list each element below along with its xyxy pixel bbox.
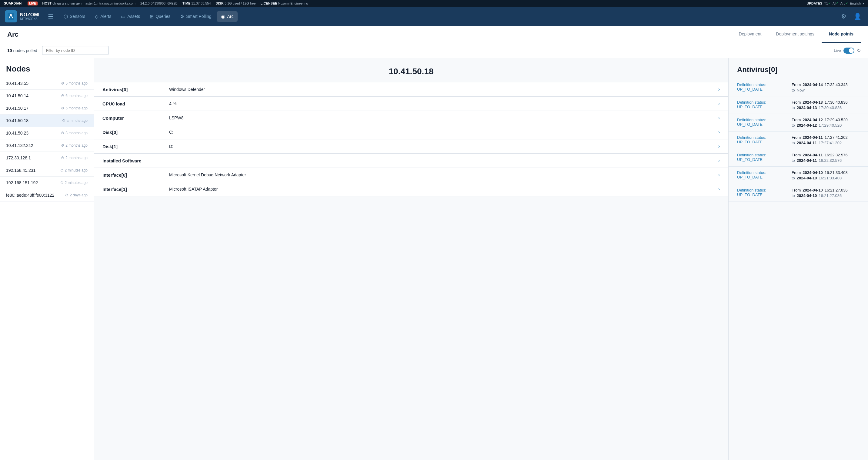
date-to: to 2024-04-12 17:29:40.520 (792, 123, 848, 128)
detail-row[interactable]: Installed Software › (94, 154, 728, 168)
live-toggle-switch[interactable] (843, 48, 855, 54)
arrow-icon: › (718, 101, 720, 106)
date-to: to 2024-04-11 17:27:41.202 (792, 141, 848, 145)
live-label: Live (834, 48, 841, 53)
tab-deployment-settings[interactable]: Deployment settings (769, 26, 822, 43)
node-ip: 10.41.50.23 (6, 131, 29, 135)
node-time: ⏱ 2 months ago (61, 143, 88, 148)
tab-deployment[interactable]: Deployment (732, 26, 769, 43)
detail-row[interactable]: Disk[0] C: › (94, 125, 728, 140)
clock-icon: ⏱ (60, 168, 64, 172)
node-item[interactable]: 10.41.50.18 ⏱ a minute ago (0, 115, 94, 127)
node-time: ⏱ 5 months ago (61, 81, 88, 86)
date-to: to 2024-04-10 16:21:27.036 (792, 193, 848, 198)
date-from: From 2024-04-14 17:32:40.343 (792, 83, 848, 87)
logo-text: NOZOMI (20, 12, 39, 17)
hamburger-menu[interactable]: ☰ (45, 10, 56, 23)
history-dates: From 2024-04-10 16:21:27.036 to 2024-04-… (792, 188, 848, 198)
nodes-list: 10.41.43.55 ⏱ 5 months ago 10.41.50.14 ⏱… (0, 77, 94, 202)
arrow-icon: › (718, 172, 720, 178)
date-from: From 2024-04-10 16:21:27.036 (792, 188, 848, 192)
date-to: to 2024-04-11 16:22:32.576 (792, 158, 848, 163)
node-item[interactable]: 172.30.128.1 ⏱ 2 months ago (0, 152, 94, 164)
status-bar: GUARDIAN LIVE HOST ch-qa-g-std-vm-gen-ma… (0, 0, 868, 7)
date-to: to 2024-04-10 16:21:33.408 (792, 176, 848, 180)
details-panel: 10.41.50.18 Antivirus[0] Windows Defende… (94, 58, 728, 460)
node-ip: 10.41.50.14 (6, 93, 29, 98)
page-title: Arc (7, 31, 732, 38)
nav-arc[interactable]: ◉ Arc (217, 11, 238, 22)
details-ip: 10.41.50.18 (94, 58, 728, 83)
node-item[interactable]: 10.41.43.55 ⏱ 5 months ago (0, 77, 94, 90)
clock-icon: ⏱ (61, 144, 64, 147)
detail-label: Computer (102, 116, 169, 121)
detail-value: Microsoft ISATAP Adapter (169, 187, 718, 191)
node-item[interactable]: 192.168.45.231 ⏱ 2 minutes ago (0, 164, 94, 177)
nav-alerts[interactable]: ◇ Alerts (91, 11, 116, 22)
clock-icon: ⏱ (61, 106, 64, 110)
history-label: Definition status: UP_TO_DATE (737, 170, 785, 180)
updates-ai: AI✓ (833, 1, 838, 5)
detail-row[interactable]: Interface[0] Microsoft Kernel Debug Netw… (94, 168, 728, 182)
node-time: ⏱ 2 days ago (65, 193, 88, 197)
updates-arc: Arc✓ (840, 1, 848, 5)
details-rows: Antivirus[0] Windows Defender › CPU0 loa… (94, 83, 728, 196)
logo-sub: NETWORKS (20, 17, 39, 21)
sub-header: 10 nodes polled Live ↻ (0, 43, 868, 58)
node-item[interactable]: 10.41.50.23 ⏱ 3 months ago (0, 127, 94, 140)
detail-label: Disk[0] (102, 130, 169, 135)
nav-queries[interactable]: ⊞ Queries (146, 11, 175, 22)
detail-row[interactable]: Disk[1] D: › (94, 140, 728, 154)
nav-sensors-label: Sensors (70, 14, 85, 19)
node-time: ⏱ 2 minutes ago (60, 168, 88, 173)
arrow-icon: › (718, 186, 720, 192)
detail-value: Windows Defender (169, 87, 718, 92)
detail-row[interactable]: CPU0 load 4 % › (94, 97, 728, 111)
detail-value: D: (169, 144, 718, 149)
settings-icon[interactable]: ⚙ (839, 11, 848, 22)
arrow-icon: › (718, 115, 720, 121)
node-item[interactable]: 10.41.50.17 ⏱ 5 months ago (0, 102, 94, 115)
detail-row[interactable]: Computer LSPW8 › (94, 111, 728, 125)
clock-icon: ⏱ (61, 94, 64, 98)
nav-assets[interactable]: ▭ Assets (117, 11, 144, 22)
nav-alerts-label: Alerts (100, 14, 111, 19)
detail-label: Antivirus[0] (102, 87, 169, 92)
history-label: Definition status: UP_TO_DATE (737, 100, 785, 110)
detail-value: C: (169, 130, 718, 134)
node-time: ⏱ 6 months ago (61, 94, 88, 98)
refresh-icon[interactable]: ↻ (857, 48, 861, 53)
node-ip: 192.168.151.192 (6, 180, 38, 185)
date-from: From 2024-04-11 17:27:41.202 (792, 135, 848, 140)
nav-smart-polling[interactable]: ⚙ Smart Polling (176, 11, 216, 22)
history-label: Definition status: UP_TO_DATE (737, 118, 785, 128)
queries-icon: ⊞ (150, 13, 154, 20)
page-header: Arc Deployment Deployment settings Node … (0, 26, 868, 43)
history-dates: From 2024-04-11 17:27:41.202 to 2024-04-… (792, 135, 848, 145)
history-item: Definition status: UP_TO_DATE From 2024-… (728, 131, 868, 149)
detail-row[interactable]: Antivirus[0] Windows Defender › (94, 83, 728, 97)
updates-ti: T1✓ (824, 1, 831, 5)
node-item[interactable]: fe80::aede:48ff:fe00:3122 ⏱ 2 days ago (0, 189, 94, 202)
clock-icon: ⏱ (61, 82, 64, 85)
live-toggle: Live ↻ (834, 48, 861, 54)
node-item[interactable]: 10.41.50.14 ⏱ 6 months ago (0, 90, 94, 102)
history-item: Definition status: UP_TO_DATE From 2024-… (728, 149, 868, 167)
language-selector[interactable]: English (850, 1, 861, 5)
node-item[interactable]: 192.168.151.192 ⏱ 2 minutes ago (0, 177, 94, 189)
sensors-icon: ⬡ (64, 13, 68, 20)
history-panel: Antivirus[0] Definition status: UP_TO_DA… (728, 58, 868, 460)
arrow-icon: › (718, 144, 720, 149)
detail-row[interactable]: Interface[1] Microsoft ISATAP Adapter › (94, 182, 728, 196)
node-ip: 172.30.128.1 (6, 155, 31, 160)
node-item[interactable]: 10.41.132.242 ⏱ 2 months ago (0, 140, 94, 152)
history-dates: From 2024-04-10 16:21:33.408 to 2024-04-… (792, 170, 848, 180)
nav-sensors[interactable]: ⬡ Sensors (59, 11, 89, 22)
tab-node-points[interactable]: Node points (822, 26, 861, 43)
user-icon[interactable]: 👤 (852, 11, 863, 22)
node-ip: fe80::aede:48ff:fe00:3122 (6, 193, 54, 197)
detail-label: Installed Software (102, 158, 169, 163)
clock-icon: ⏱ (65, 193, 68, 197)
filter-input[interactable] (42, 46, 109, 55)
history-list: Definition status: UP_TO_DATE From 2024-… (728, 79, 868, 202)
